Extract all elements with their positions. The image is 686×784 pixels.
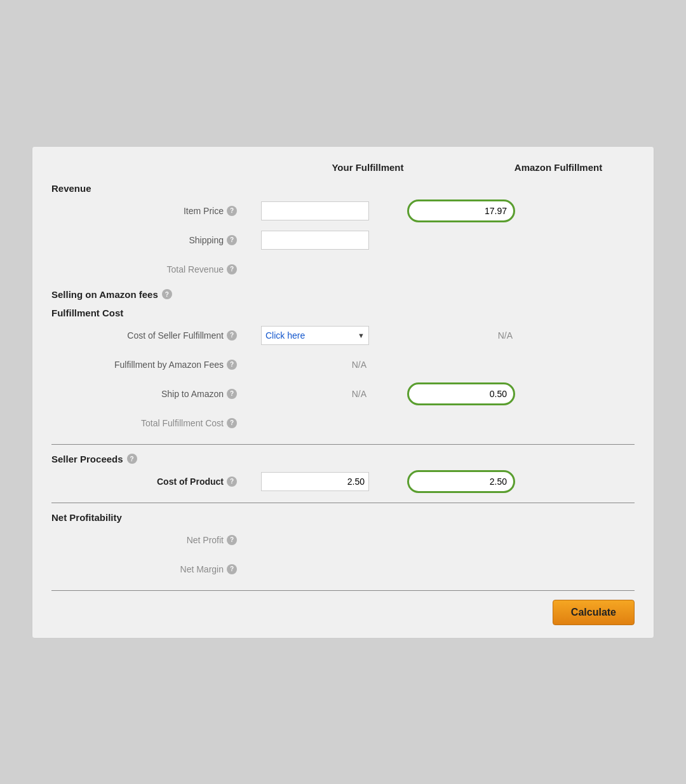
total-revenue-row: Total Revenue ? [51, 257, 635, 281]
item-price-row: Item Price ? [51, 199, 635, 223]
shipping-label: Shipping ? [51, 235, 242, 245]
divider-1 [51, 444, 635, 445]
ship-to-amazon-label: Ship to Amazon ? [51, 389, 242, 399]
click-here-link[interactable]: Click here [266, 330, 305, 341]
item-price-amazon-col [382, 199, 521, 222]
shipping-your-col [242, 231, 382, 250]
divider-2 [51, 503, 635, 503]
fba-fees-help-icon[interactable]: ? [227, 360, 237, 370]
cost-of-product-amazon-input[interactable] [407, 470, 515, 493]
shipping-row: Shipping ? [51, 228, 635, 252]
calculator-container: Your Fulfillment Amazon Fulfillment Reve… [32, 146, 654, 639]
fba-fees-your-col: N/A [242, 360, 382, 370]
fba-fees-row: Fulfillment by Amazon Fees ? N/A [51, 353, 635, 377]
selling-fees-help-icon[interactable]: ? [162, 289, 172, 299]
total-fulfillment-label: Total Fulfillment Cost ? [51, 418, 242, 428]
item-price-your-col [242, 201, 382, 220]
net-profit-label: Net Profit ? [51, 535, 242, 545]
fba-fees-your-na: N/A [261, 360, 369, 370]
divider-3 [51, 590, 635, 591]
ship-to-amazon-your-na: N/A [261, 389, 369, 399]
net-margin-label: Net Margin ? [51, 564, 242, 574]
item-price-your-input[interactable] [261, 201, 369, 220]
shipping-help-icon[interactable]: ? [227, 235, 237, 245]
seller-proceeds-help-icon[interactable]: ? [127, 454, 137, 464]
net-margin-help-icon[interactable]: ? [227, 564, 237, 574]
calculate-button[interactable]: Calculate [553, 600, 635, 625]
cost-of-product-your-col [242, 472, 382, 491]
seller-fulfillment-amazon-col: N/A [382, 330, 521, 341]
seller-proceeds-label: Seller Proceeds ? [51, 454, 635, 464]
total-revenue-label: Total Revenue ? [51, 264, 242, 274]
total-fulfillment-row: Total Fulfillment Cost ? [51, 411, 635, 435]
click-here-button[interactable]: Click here ▼ [261, 326, 369, 345]
ship-to-amazon-row: Ship to Amazon ? N/A [51, 382, 635, 406]
item-price-amazon-input[interactable] [407, 199, 515, 222]
ship-to-amazon-help-icon[interactable]: ? [227, 389, 237, 399]
shipping-your-input[interactable] [261, 231, 369, 250]
selling-fees-label: Selling on Amazon fees ? [51, 289, 635, 300]
item-price-label: Item Price ? [51, 206, 242, 216]
cost-of-product-label: Cost of Product ? [51, 476, 242, 487]
net-profit-row: Net Profit ? [51, 528, 635, 552]
seller-fulfillment-na: N/A [407, 330, 515, 341]
seller-fulfillment-label: Cost of Seller Fulfillment ? [51, 330, 242, 341]
seller-fulfillment-row: Cost of Seller Fulfillment ? Click here … [51, 323, 635, 348]
seller-fulfillment-help-icon[interactable]: ? [227, 330, 237, 341]
total-revenue-help-icon[interactable]: ? [227, 264, 237, 274]
ship-to-amazon-your-col: N/A [242, 389, 382, 399]
ship-to-amazon-amazon-col [382, 382, 521, 405]
revenue-section-label: Revenue [51, 183, 635, 194]
net-profit-help-icon[interactable]: ? [227, 535, 237, 545]
net-profitability-label: Net Profitability [51, 512, 635, 523]
seller-fulfillment-your-col: Click here ▼ [242, 326, 382, 345]
ship-to-amazon-amazon-input[interactable] [407, 382, 515, 405]
amazon-fulfillment-header: Amazon Fulfillment [488, 162, 628, 173]
cost-of-product-your-input[interactable] [261, 472, 369, 491]
cost-of-product-amazon-col [382, 470, 521, 493]
fulfillment-cost-label: Fulfillment Cost [51, 308, 635, 318]
dropdown-arrow-icon: ▼ [358, 332, 365, 339]
fba-fees-label: Fulfillment by Amazon Fees ? [51, 360, 242, 370]
cost-of-product-help-icon[interactable]: ? [227, 476, 237, 487]
column-headers: Your Fulfillment Amazon Fulfillment [51, 162, 635, 173]
item-price-help-icon[interactable]: ? [227, 206, 237, 216]
cost-of-product-row: Cost of Product ? [51, 470, 635, 494]
your-fulfillment-header: Your Fulfillment [298, 162, 438, 173]
net-margin-row: Net Margin ? [51, 557, 635, 581]
total-fulfillment-help-icon[interactable]: ? [227, 418, 237, 428]
